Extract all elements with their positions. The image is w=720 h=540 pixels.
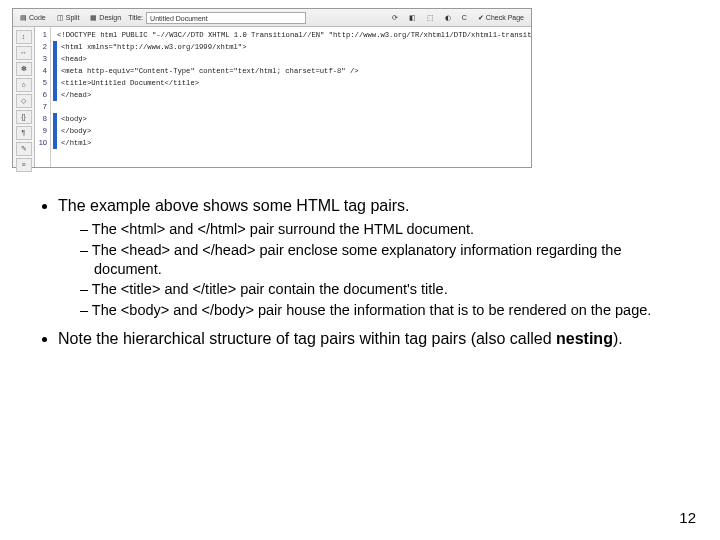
line-number: 5 — [35, 77, 47, 89]
view-tab-code[interactable]: ▤Code — [16, 12, 50, 24]
page-number: 12 — [679, 509, 696, 526]
code-line — [53, 101, 527, 113]
bullet-1: The example above shows some HTML tag pa… — [58, 196, 672, 319]
split-icon: ◫ — [57, 14, 64, 22]
subbullet-4: The <body> and </body> pair house the in… — [80, 301, 672, 320]
bullet-2-bold: nesting — [556, 330, 613, 347]
code-line: <head> — [53, 53, 527, 65]
tool-circle[interactable]: ◐ — [441, 12, 455, 24]
subbullet-1: The <html> and </html> pair surround the… — [80, 220, 672, 239]
line-number: 6 — [35, 89, 47, 101]
sidebar-tool-7[interactable]: ✎ — [16, 142, 32, 156]
code-line: </body> — [53, 125, 527, 137]
line-number: 2 — [35, 41, 47, 53]
code-line: <body> — [53, 113, 527, 125]
fold-bar-icon — [53, 137, 57, 149]
code-icon: ▤ — [20, 14, 27, 22]
c-icon: C — [462, 14, 467, 21]
view-tab-label: Split — [66, 14, 80, 21]
fold-bar-icon — [53, 65, 57, 77]
bullet-1-text: The example above shows some HTML tag pa… — [58, 197, 410, 214]
view-tab-split[interactable]: ◫Split — [53, 12, 84, 24]
editor-screenshot: ▤Code ◫Split ▦Design Title: Untitled Doc… — [12, 8, 532, 168]
code-line: <!DOCTYPE html PUBLIC "-//W3C//DTD XHTML… — [53, 29, 527, 41]
line-number: 7 — [35, 101, 47, 113]
code-line: <title>Untitled Document</title> — [53, 77, 527, 89]
slide-body: The example above shows some HTML tag pa… — [32, 196, 672, 356]
code-line — [53, 149, 527, 161]
view-tab-design[interactable]: ▦Design — [86, 12, 125, 24]
line-number: 4 — [35, 65, 47, 77]
sidebar-tool-1[interactable]: ↔ — [16, 46, 32, 60]
circle-icon: ◐ — [445, 14, 451, 22]
editor-toolbar: ▤Code ◫Split ▦Design Title: Untitled Doc… — [13, 9, 531, 27]
line-number-gutter: 1 2 3 4 5 6 7 8 9 10 — [35, 27, 51, 167]
tool-box[interactable]: ⬚ — [423, 12, 438, 24]
fold-bar-icon — [53, 77, 57, 89]
line-number: 8 — [35, 113, 47, 125]
subbullet-2: The <head> and </head> pair enclose some… — [80, 241, 672, 278]
bullet-2: Note the hierarchical structure of tag p… — [58, 329, 672, 349]
code-line: </head> — [53, 89, 527, 101]
fold-bar-icon — [53, 53, 57, 65]
refresh-icon: ⟳ — [392, 14, 398, 22]
subbullet-3: The <title> and </title> pair contain th… — [80, 280, 672, 299]
line-number: 1 — [35, 29, 47, 41]
sidebar-tool-5[interactable]: {} — [16, 110, 32, 124]
tool-c[interactable]: C — [458, 12, 471, 23]
tool-refresh[interactable]: ⟳ — [388, 12, 402, 24]
view-icon: ◧ — [409, 14, 416, 22]
sidebar-tool-2[interactable]: ✽ — [16, 62, 32, 76]
title-label: Title: — [128, 14, 143, 21]
code-line: <html xmlns="http://www.w3.org/1999/xhtm… — [53, 41, 527, 53]
sidebar-tool-6[interactable]: ¶ — [16, 126, 32, 140]
fold-bar-icon — [53, 113, 57, 125]
bullet-2-text-c: ). — [613, 330, 623, 347]
line-number: 9 — [35, 125, 47, 137]
box-icon: ⬚ — [427, 14, 434, 22]
tool-view[interactable]: ◧ — [405, 12, 420, 24]
sidebar-tool-8[interactable]: ≡ — [16, 158, 32, 172]
view-tab-label: Design — [99, 14, 121, 21]
code-line: <meta http-equiv="Content-Type" content=… — [53, 65, 527, 77]
code-editor-area[interactable]: <!DOCTYPE html PUBLIC "-//W3C//DTD XHTML… — [51, 27, 531, 167]
check-page-label: Check Page — [486, 14, 524, 21]
fold-bar-icon — [53, 41, 57, 53]
check-icon: ✔ — [478, 14, 484, 22]
check-page-button[interactable]: ✔Check Page — [474, 12, 528, 24]
sidebar-tool-0[interactable]: ↕ — [16, 30, 32, 44]
fold-bar-icon — [53, 125, 57, 137]
view-tab-label: Code — [29, 14, 46, 21]
design-icon: ▦ — [90, 14, 97, 22]
title-field[interactable]: Untitled Document — [146, 12, 306, 24]
line-number: 10 — [35, 137, 47, 149]
code-line: </html> — [53, 137, 527, 149]
line-number: 3 — [35, 53, 47, 65]
editor-left-toolbar: ↕ ↔ ✽ ⌂ ◇ {} ¶ ✎ ≡ — [13, 27, 35, 167]
sidebar-tool-3[interactable]: ⌂ — [16, 78, 32, 92]
fold-bar-icon — [53, 89, 57, 101]
sidebar-tool-4[interactable]: ◇ — [16, 94, 32, 108]
bullet-2-text-a: Note the hierarchical structure of tag p… — [58, 330, 556, 347]
